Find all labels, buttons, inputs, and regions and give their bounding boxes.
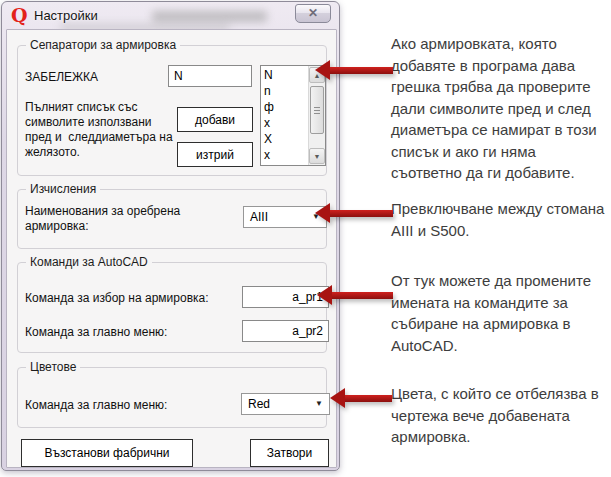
- restore-defaults-button[interactable]: Възстанови фабрични: [21, 439, 193, 467]
- delete-symbol-button[interactable]: изтрий: [177, 142, 253, 167]
- title-bar[interactable]: Q Настройки ✕: [2, 2, 339, 29]
- window-title: Настройки: [34, 8, 98, 23]
- annotation-arrow-commands: [317, 285, 393, 306]
- annotation-steel: Превключване между стомана AIII и S500.: [391, 198, 609, 241]
- steel-grade-value: AIII: [250, 210, 268, 224]
- scroll-down-icon[interactable]: ▼: [309, 148, 325, 164]
- annotation-arrow-separators: [315, 60, 393, 81]
- annotation-colors: Цвета, с който се отбелязва в чертежа ве…: [391, 383, 609, 448]
- list-item[interactable]: N: [264, 67, 307, 83]
- ribbed-rebar-label: Наименования за оребрена армировка:: [25, 204, 225, 234]
- scrollbar-grip: [314, 107, 320, 115]
- separators-description: Пълният списък със символите използвани …: [25, 100, 175, 160]
- menu-command-label: Команда за главно меню:: [25, 325, 167, 340]
- group-autocad-title: Команди за AutoCAD: [26, 255, 152, 269]
- note-label: ЗАБЕЛЕЖКА: [25, 70, 98, 85]
- annotation-arrow-colors: [330, 388, 392, 409]
- group-colors-title: Цветове: [26, 360, 80, 374]
- window-close-button[interactable]: ✕: [295, 4, 331, 23]
- annotation-commands: От тук можете да промените имената на ко…: [391, 270, 609, 356]
- group-separators-title: Сепаратори за армировка: [26, 38, 180, 52]
- chevron-down-icon: ▼: [315, 394, 323, 414]
- color-value: Red: [248, 397, 270, 411]
- annotation-separators: Ако армировката, която добавяте в програ…: [391, 33, 609, 184]
- dialog-client-area: Сепаратори за армировка ЗАБЕЛЕЖКА Пълния…: [6, 29, 337, 468]
- list-item[interactable]: ф: [264, 99, 307, 115]
- list-item[interactable]: X: [264, 131, 307, 147]
- list-item[interactable]: x: [264, 147, 307, 163]
- group-calculations-title: Изчисления: [26, 182, 100, 196]
- select-command-input[interactable]: [242, 286, 329, 308]
- settings-dialog: Q Настройки ✕ Сепаратори за армировка ЗА…: [1, 1, 340, 471]
- add-symbol-button[interactable]: добави: [177, 107, 253, 132]
- close-button[interactable]: Затвори: [250, 439, 329, 467]
- scrollbar-thumb[interactable]: [310, 86, 324, 134]
- menu-command-input[interactable]: [242, 320, 329, 342]
- select-command-label: Команда за избор на армировка:: [25, 291, 209, 306]
- note-input[interactable]: [168, 65, 252, 87]
- list-item[interactable]: x: [264, 115, 307, 131]
- annotation-arrow-steel: [315, 203, 393, 224]
- app-logo-q-icon: Q: [11, 6, 29, 24]
- color-command-label: Команда за главно меню:: [25, 398, 167, 413]
- blurred-region: [152, 11, 267, 22]
- list-item[interactable]: n: [264, 83, 307, 99]
- color-dropdown[interactable]: Red ▼: [241, 393, 330, 415]
